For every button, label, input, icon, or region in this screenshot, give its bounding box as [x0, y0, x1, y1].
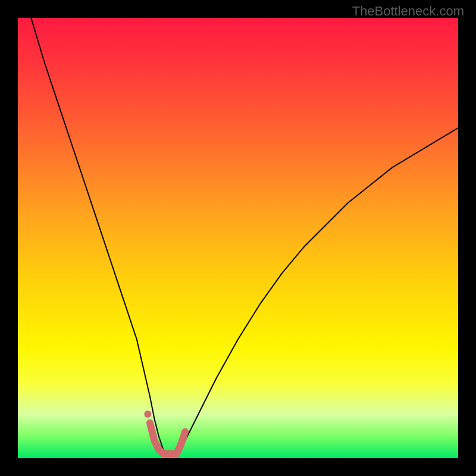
annotation-layer: [144, 411, 151, 418]
chart-svg: [18, 18, 458, 458]
series-layer: [31, 18, 458, 454]
chart-area: [18, 18, 458, 458]
series-optimal-zone-marker: [150, 423, 185, 454]
annotation-dot: [144, 411, 151, 418]
watermark-text: TheBottleneck.com: [352, 4, 464, 19]
series-bottleneck-curve: [31, 18, 458, 454]
